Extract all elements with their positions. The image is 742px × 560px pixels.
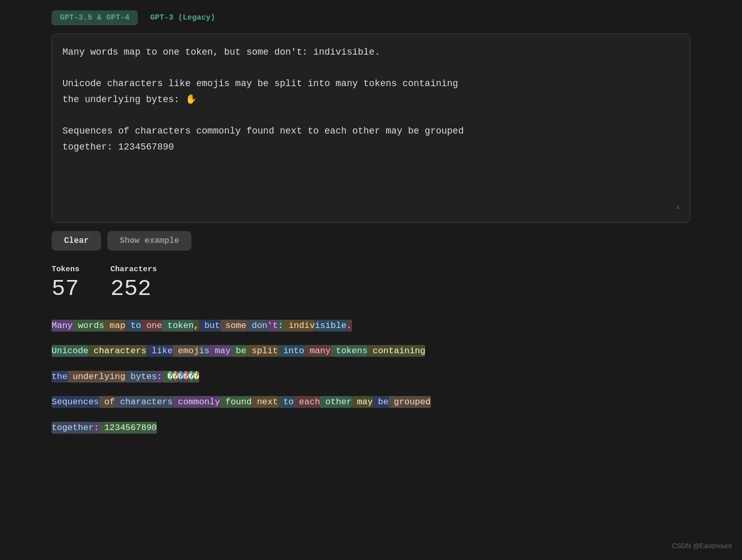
token-span: underlying	[68, 371, 125, 383]
token-span: each	[294, 396, 320, 408]
token-span: :	[94, 422, 99, 434]
token-span: of	[99, 396, 115, 408]
token-span: don	[247, 320, 268, 332]
action-buttons: Clear Show example	[52, 231, 690, 251]
token-line: together: 1234567890	[52, 418, 690, 437]
token-span: emoj	[173, 345, 199, 357]
token-span: Sequences	[52, 396, 99, 408]
tokens-value: 57	[52, 276, 79, 302]
input-container	[52, 34, 690, 223]
token-span: �	[194, 371, 199, 383]
tokens-stat: Tokens 57	[52, 265, 79, 302]
token-span: �	[173, 371, 178, 383]
token-span: isible	[315, 320, 346, 332]
token-span: Unicode	[52, 345, 88, 357]
characters-value: 252	[110, 276, 157, 302]
token-span: next	[252, 396, 278, 408]
token-span: indiv	[283, 320, 315, 332]
tab-bar: GPT-3.5 & GPT-4 GPT-3 (Legacy)	[52, 10, 690, 25]
token-span: �	[183, 371, 188, 383]
tab-gpt3[interactable]: GPT-3 (Legacy)	[142, 10, 223, 25]
token-span: is	[199, 345, 209, 357]
token-span: split	[247, 345, 278, 357]
token-visualization: Many words map to one token, but some do…	[52, 316, 690, 437]
token-span: :	[278, 320, 283, 332]
token-span: other	[320, 396, 351, 408]
token-span: characters	[115, 396, 172, 408]
token-span: be	[373, 396, 389, 408]
text-input[interactable]	[62, 44, 680, 209]
token-span: �	[162, 371, 172, 383]
token-span: may	[209, 345, 231, 357]
token-span: :	[157, 371, 162, 383]
token-span: �	[188, 371, 193, 383]
token-span: into	[278, 345, 304, 357]
token-span: token	[162, 320, 193, 332]
characters-label: Characters	[110, 265, 157, 274]
token-span: to	[278, 396, 294, 408]
token-span: one	[141, 320, 162, 332]
token-span: may	[352, 396, 373, 408]
watermark: CSDN @Eastmount	[672, 542, 732, 550]
token-line: Sequences of characters commonly found n…	[52, 392, 690, 411]
token-span: words	[73, 320, 104, 332]
token-span: bytes	[125, 371, 157, 383]
token-span: characters	[88, 345, 146, 357]
token-span: grouped	[389, 396, 431, 408]
token-line: the underlying bytes: ������	[52, 367, 690, 386]
token-span: �	[178, 371, 183, 383]
tab-gpt35-4[interactable]: GPT-3.5 & GPT-4	[52, 10, 138, 25]
clear-button[interactable]: Clear	[52, 231, 101, 251]
token-line: Many words map to one token, but some do…	[52, 316, 690, 335]
token-span: commonly	[173, 396, 220, 408]
token-span: .	[346, 320, 351, 332]
token-span: ,	[193, 320, 199, 332]
token-span: containing	[367, 345, 425, 357]
token-span: tokens	[331, 345, 367, 357]
show-example-button[interactable]: Show example	[107, 231, 191, 251]
token-line: Unicode characters like emojis may be sp…	[52, 341, 690, 360]
token-span: to	[125, 320, 141, 332]
token-span: found	[220, 396, 251, 408]
token-span: map	[104, 320, 125, 332]
token-span: some	[220, 320, 247, 332]
token-span: but	[199, 320, 220, 332]
token-span: be	[231, 345, 247, 357]
stats-section: Tokens 57 Characters 252	[52, 265, 690, 302]
token-span: 1234567890	[99, 422, 157, 434]
characters-stat: Characters 252	[110, 265, 157, 302]
token-span: like	[147, 345, 173, 357]
token-span: the	[52, 371, 68, 383]
token-span: Many	[52, 320, 73, 332]
tokens-label: Tokens	[52, 265, 79, 274]
token-span: many	[304, 345, 331, 357]
token-span: together	[52, 422, 94, 434]
token-span: 't	[267, 320, 278, 332]
